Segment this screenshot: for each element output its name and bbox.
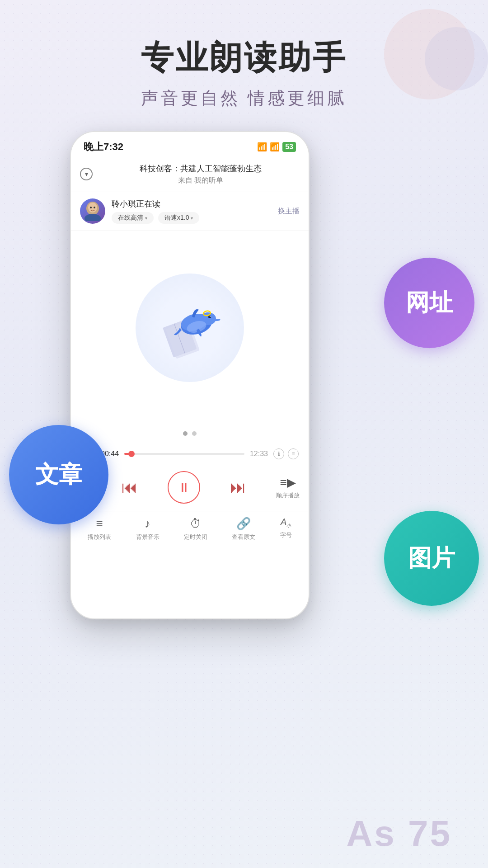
nav-playlist[interactable]: ≡ 播放列表 xyxy=(88,517,111,541)
album-art-circle xyxy=(136,274,244,382)
wangzhi-label: 网址 xyxy=(406,287,453,319)
progress-info-icons: ℹ ≡ xyxy=(273,448,299,459)
header-title: 专业朗读助手 xyxy=(0,36,488,80)
signal-icon-4g: 📶 xyxy=(257,142,267,152)
phone-mockup: 晚上7:32 📶 📶 53 ▾ 科技创客：共建人工智能蓬勃生态 来自 我的听单 xyxy=(70,131,310,619)
signal-icon-wifi: 📶 xyxy=(270,142,280,152)
avatar xyxy=(80,198,105,224)
tupian-label: 图片 xyxy=(408,542,455,574)
title-line1: 科技创客：共建人工智能蓬勃生态 xyxy=(102,163,300,175)
next-icon: ⏭ xyxy=(230,478,246,497)
nav-timer[interactable]: ⏱ 定时关闭 xyxy=(184,517,207,541)
chevron-down-icon[interactable]: ▾ xyxy=(80,168,93,180)
as75-text: As 75 xyxy=(347,813,452,854)
voice-name: 聆小琪正在读 xyxy=(112,198,278,209)
title-bar: ▾ 科技创客：共建人工智能蓬勃生态 来自 我的听单 xyxy=(71,158,309,192)
svg-point-1 xyxy=(84,214,101,221)
nav-fontsize-label: 字号 xyxy=(280,531,292,539)
nav-music-label: 背景音乐 xyxy=(136,533,160,541)
quality-arrow-icon: ▾ xyxy=(145,216,147,221)
prev-button[interactable]: ⏮ xyxy=(122,478,138,497)
next-button[interactable]: ⏭ xyxy=(230,478,246,497)
header-section: 专业朗读助手 声音更自然 情感更细腻 xyxy=(0,36,488,110)
nav-playlist-label: 播放列表 xyxy=(88,533,111,541)
sequence-button[interactable]: ≡▶ 顺序播放 xyxy=(276,476,300,500)
music-icon: ♪ xyxy=(145,517,150,531)
badge-wenzhang[interactable]: 文章 xyxy=(9,425,108,524)
voice-controls: 在线高清 ▾ 语速x1.0 ▾ xyxy=(112,212,278,224)
progress-thumb xyxy=(128,451,135,457)
svg-point-3 xyxy=(90,207,92,208)
pause-button[interactable]: ⏸ xyxy=(168,471,200,504)
progress-total-time: 12:33 xyxy=(250,450,268,458)
svg-point-11 xyxy=(208,316,211,318)
speed-selector[interactable]: 语速x1.0 ▾ xyxy=(158,212,199,224)
timer-icon: ⏱ xyxy=(190,517,202,531)
switch-host-button[interactable]: 换主播 xyxy=(278,207,300,216)
playlist-icon: ≡ xyxy=(96,517,103,531)
fontsize-icon: A小 xyxy=(281,517,291,529)
sequence-label: 顺序播放 xyxy=(276,491,300,500)
dot-1 xyxy=(183,431,188,436)
bottom-nav: ≡ 播放列表 ♪ 背景音乐 ⏱ 定时关闭 🔗 查看原文 A小 字号 xyxy=(71,511,309,549)
status-time: 晚上7:32 xyxy=(84,140,123,154)
svg-point-12 xyxy=(210,316,211,317)
title-line2: 来自 我的听单 xyxy=(102,176,300,185)
prev-icon: ⏮ xyxy=(122,478,138,497)
nav-original[interactable]: 🔗 查看原文 xyxy=(232,517,255,541)
nav-original-label: 查看原文 xyxy=(232,533,255,541)
progress-track[interactable] xyxy=(124,453,244,455)
nav-fontsize[interactable]: A小 字号 xyxy=(280,517,292,541)
badge-tupian[interactable]: 图片 xyxy=(384,511,479,606)
badge-wangzhi[interactable]: 网址 xyxy=(384,258,474,348)
nav-timer-label: 定时关闭 xyxy=(184,533,207,541)
speed-arrow-icon: ▾ xyxy=(191,216,193,221)
sequence-icon: ≡▶ xyxy=(280,476,296,490)
status-bar: 晚上7:32 📶 📶 53 xyxy=(71,132,309,158)
svg-point-4 xyxy=(94,207,95,208)
battery-icon: 53 xyxy=(282,142,296,152)
voice-area: 聆小琪正在读 在线高清 ▾ 语速x1.0 ▾ 换主播 xyxy=(71,192,309,231)
status-icons: 📶 📶 53 xyxy=(257,142,296,152)
pause-icon: ⏸ xyxy=(178,480,190,495)
header-subtitle: 声音更自然 情感更细腻 xyxy=(0,87,488,110)
phone-frame: 晚上7:32 📶 📶 53 ▾ 科技创客：共建人工智能蓬勃生态 来自 我的听单 xyxy=(70,131,310,619)
content-area xyxy=(71,231,309,425)
nav-music[interactable]: ♪ 背景音乐 xyxy=(136,517,160,541)
options-icon[interactable]: ≡ xyxy=(288,448,299,459)
wenzhang-label: 文章 xyxy=(35,459,82,491)
voice-info: 聆小琪正在读 在线高清 ▾ 语速x1.0 ▾ xyxy=(112,198,278,224)
link-icon: 🔗 xyxy=(236,517,251,531)
quality-selector[interactable]: 在线高清 ▾ xyxy=(112,212,154,224)
pagination-dots xyxy=(71,425,309,442)
bottom-area: As 75 xyxy=(0,778,488,868)
info-icon[interactable]: ℹ xyxy=(273,448,284,459)
dot-2 xyxy=(192,431,197,436)
title-bar-row: ▾ 科技创客：共建人工智能蓬勃生态 来自 我的听单 xyxy=(80,163,300,185)
dolphin-logo xyxy=(154,292,226,364)
